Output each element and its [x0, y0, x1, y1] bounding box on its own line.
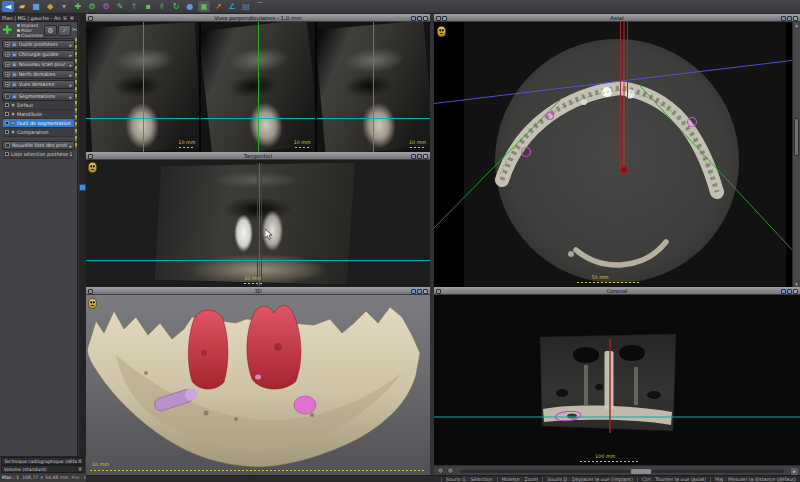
viewport-header[interactable]: Coronal: [434, 287, 800, 295]
visibility-checkbox[interactable]: [5, 112, 9, 116]
slider-track[interactable]: [460, 470, 784, 473]
cross-section-viewport[interactable]: Vues perpendiculaires - 1,0 mm 10 mm: [86, 14, 430, 152]
implant-small-button[interactable]: ▪: [142, 1, 154, 12]
slider-step-button[interactable]: ▸: [791, 468, 798, 475]
eye-icon[interactable]: [11, 112, 15, 116]
spinner-icon[interactable]: ↕: [77, 458, 83, 464]
visibility-checkbox[interactable]: [5, 130, 9, 134]
collapse-icon[interactable]: -: [5, 143, 10, 148]
settings-button[interactable]: [793, 16, 798, 21]
view-layout-button[interactable]: ▤: [240, 1, 252, 12]
cyan-crosshair-hline[interactable]: [317, 118, 430, 119]
slider-handle[interactable]: [630, 468, 652, 475]
collapsed-section-bar[interactable]: + ▣ Vues dentaires ▸: [2, 80, 75, 89]
prosthesis-section-bar[interactable]: - Nouvelle liste des prothèses ▸: [2, 141, 75, 150]
cross-slice-pane[interactable]: 10 mm: [317, 22, 430, 152]
coronal-canvas[interactable]: 100 mm: [434, 295, 800, 465]
expand-icon[interactable]: +: [5, 82, 10, 87]
quick-object-row[interactable]: Couronne: [17, 33, 43, 38]
viewport-header[interactable]: Tangentiel: [86, 152, 430, 160]
implant-pair-button[interactable]: ✌: [156, 1, 168, 12]
visibility-checkbox[interactable]: [5, 121, 9, 125]
layout-button[interactable]: [781, 16, 786, 21]
settings-button[interactable]: [423, 154, 428, 159]
layout-button[interactable]: [411, 16, 416, 21]
axial-canvas[interactable]: 50 mm: [434, 22, 792, 287]
implant-axis-line[interactable]: [257, 163, 258, 286]
dock-handle-icon[interactable]: [79, 184, 86, 191]
axial-viewport[interactable]: Axial: [434, 14, 800, 287]
three-d-viewport[interactable]: 3D: [86, 287, 430, 475]
spinner-icon[interactable]: ↕: [77, 466, 83, 472]
panel-title-bar[interactable]: Plan | MG | gauche - Annotations ▫ ✕: [0, 14, 77, 22]
three-d-canvas[interactable]: 10 mm: [86, 295, 430, 475]
segmentation-row[interactable]: Comparaison: [3, 128, 74, 137]
layout-button[interactable]: [411, 289, 416, 294]
green-crosshair-vline[interactable]: [258, 22, 259, 152]
layout-button[interactable]: [411, 154, 416, 159]
visibility-checkbox[interactable]: [5, 103, 9, 107]
collapse-icon[interactable]: -: [5, 94, 10, 99]
collapsed-section-bar[interactable]: + ▣ Nerfs dentaires ▸: [2, 70, 75, 79]
slice-scrollbar[interactable]: ▴ ▾: [792, 22, 800, 287]
green-crosshair-vline[interactable]: [143, 22, 144, 152]
layout-button[interactable]: [781, 289, 786, 294]
panel-close-button[interactable]: ✕: [69, 15, 75, 20]
open-folder-button[interactable]: ▰: [16, 1, 28, 12]
viewport-header[interactable]: 3D: [86, 287, 430, 295]
panel-minimize-button[interactable]: ▫: [62, 15, 68, 20]
maximize-button[interactable]: [417, 154, 422, 159]
snapshot-button[interactable]: ▣: [198, 1, 210, 12]
eye-icon[interactable]: [11, 103, 15, 107]
eye-icon[interactable]: [11, 130, 15, 134]
maximize-button[interactable]: [417, 16, 422, 21]
cut-tool-button[interactable]: ✂: [71, 25, 79, 36]
radiographic-technique-dropdown[interactable]: Technique radiographique (défaut) ↕: [1, 457, 85, 465]
expand-icon[interactable]: +: [5, 62, 10, 67]
maximize-button[interactable]: [787, 16, 792, 21]
implant-axis-button[interactable]: ↑: [128, 1, 140, 12]
measure-length-button[interactable]: ↗: [212, 1, 224, 12]
segmentation-row[interactable]: Défaut: [3, 101, 74, 110]
export-button[interactable]: ◆: [44, 1, 56, 12]
tangential-viewport[interactable]: Tangentiel 10 mm: [86, 152, 430, 287]
scroll-up-icon[interactable]: ▴: [793, 22, 800, 28]
slice-slider[interactable]: ▸: [434, 465, 800, 475]
tangential-canvas[interactable]: 10 mm: [86, 160, 430, 287]
undo-button[interactable]: ▾: [58, 1, 70, 12]
maximize-button[interactable]: [787, 289, 792, 294]
implant-axis-line[interactable]: [259, 163, 260, 286]
green-crosshair-vline[interactable]: [373, 22, 374, 152]
volume-dropdown[interactable]: Volume (standard) ↕: [1, 465, 85, 473]
settings-button[interactable]: [793, 289, 798, 294]
slider-mode-button[interactable]: [447, 467, 454, 474]
coronal-viewport[interactable]: Coronal: [434, 287, 800, 475]
visibility-checkbox[interactable]: [5, 152, 9, 156]
curve-tool-button[interactable]: ⌒: [254, 1, 266, 12]
implant-edit-button[interactable]: ⚙: [86, 1, 98, 12]
implant-add-button[interactable]: ✚: [72, 1, 84, 12]
implant-color-button[interactable]: ⚙: [100, 1, 112, 12]
confirm-tool-button[interactable]: ✓: [58, 25, 71, 36]
collapsed-section-bar[interactable]: + ▣ Outils prothèses ▸: [2, 40, 75, 49]
implant-rotate-button[interactable]: ↻: [170, 1, 182, 12]
collapsed-section-bar[interactable]: + ▣ Chirurgie guidée ▸: [2, 50, 75, 59]
segmentation-row[interactable]: Outil de segmentation: [3, 119, 74, 128]
implant-plan-button[interactable]: ✎: [114, 1, 126, 12]
scroll-handle[interactable]: [794, 118, 799, 156]
implant-axis-line[interactable]: [261, 163, 262, 286]
expand-icon[interactable]: +: [5, 52, 10, 57]
settings-button[interactable]: [423, 16, 428, 21]
cross-slice-pane[interactable]: 10 mm: [201, 22, 314, 152]
prosthesis-row[interactable]: Liste sélection prothèse 1: [3, 150, 74, 159]
adjust-tool-button[interactable]: ⚙: [44, 25, 57, 36]
measure-angle-button[interactable]: ∠: [226, 1, 238, 12]
cross-slice-pane[interactable]: 10 mm: [86, 22, 199, 152]
cyan-crosshair-hline[interactable]: [86, 118, 199, 119]
settings-button[interactable]: [423, 289, 428, 294]
viewport-header[interactable]: Axial: [434, 14, 800, 22]
cyan-crosshair-hline[interactable]: [86, 260, 430, 261]
panel-scroll-indicator[interactable]: [75, 38, 77, 148]
add-implant-button[interactable]: ✚: [2, 23, 12, 37]
maximize-button[interactable]: [417, 289, 422, 294]
